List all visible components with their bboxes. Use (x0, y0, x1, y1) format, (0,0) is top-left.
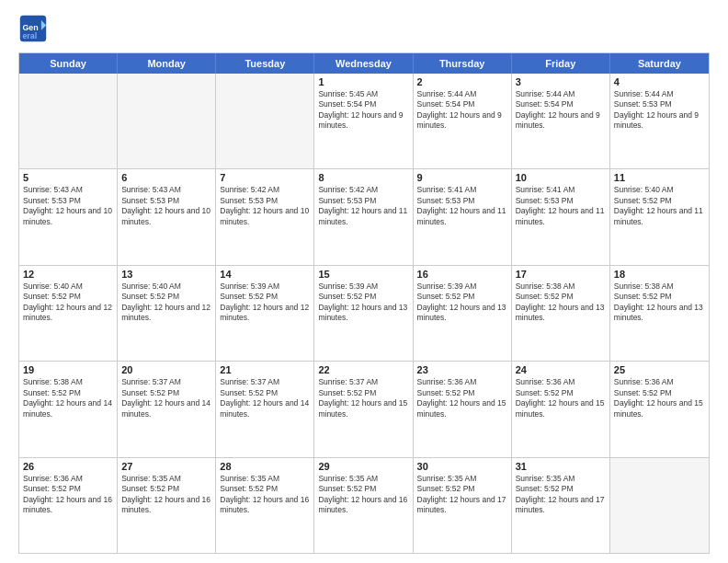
weekday-header: Friday (512, 53, 610, 74)
day-number: 5 (23, 172, 113, 183)
cell-info: Sunrise: 5:41 AM Sunset: 5:53 PM Dayligh… (417, 185, 507, 227)
calendar-cell: 18Sunrise: 5:38 AM Sunset: 5:52 PM Dayli… (610, 266, 709, 361)
cell-info: Sunrise: 5:45 AM Sunset: 5:54 PM Dayligh… (318, 89, 408, 132)
day-number: 10 (516, 172, 606, 183)
weekday-header: Sunday (19, 53, 118, 74)
calendar-cell: 16Sunrise: 5:39 AM Sunset: 5:52 PM Dayli… (414, 266, 512, 361)
calendar-cell (19, 74, 118, 168)
calendar-cell: 13Sunrise: 5:40 AM Sunset: 5:52 PM Dayli… (118, 266, 216, 361)
calendar-cell: 26Sunrise: 5:36 AM Sunset: 5:52 PM Dayli… (19, 458, 118, 553)
calendar-cell: 15Sunrise: 5:39 AM Sunset: 5:52 PM Dayli… (314, 266, 413, 361)
calendar-cell: 3Sunrise: 5:44 AM Sunset: 5:54 PM Daylig… (512, 74, 610, 168)
weekday-header: Monday (118, 53, 216, 74)
cell-info: Sunrise: 5:37 AM Sunset: 5:52 PM Dayligh… (220, 377, 310, 419)
cell-info: Sunrise: 5:40 AM Sunset: 5:52 PM Dayligh… (23, 282, 113, 324)
cell-info: Sunrise: 5:41 AM Sunset: 5:53 PM Dayligh… (516, 185, 606, 227)
weekday-header: Thursday (414, 53, 512, 74)
cell-info: Sunrise: 5:38 AM Sunset: 5:52 PM Dayligh… (23, 377, 113, 419)
day-number: 14 (220, 269, 310, 280)
day-number: 3 (516, 76, 606, 87)
logo-icon: Gen eral (18, 14, 48, 43)
day-number: 2 (417, 76, 507, 87)
svg-text:eral: eral (22, 31, 37, 40)
cell-info: Sunrise: 5:35 AM Sunset: 5:52 PM Dayligh… (318, 474, 408, 516)
calendar-cell: 5Sunrise: 5:43 AM Sunset: 5:53 PM Daylig… (19, 169, 118, 264)
calendar-row: 1Sunrise: 5:45 AM Sunset: 5:54 PM Daylig… (19, 74, 709, 169)
cell-info: Sunrise: 5:42 AM Sunset: 5:53 PM Dayligh… (318, 185, 408, 227)
calendar-cell: 22Sunrise: 5:37 AM Sunset: 5:52 PM Dayli… (314, 362, 413, 456)
calendar-cell (216, 74, 314, 168)
day-number: 18 (614, 269, 705, 280)
cell-info: Sunrise: 5:36 AM Sunset: 5:52 PM Dayligh… (417, 377, 507, 419)
calendar-body: 1Sunrise: 5:45 AM Sunset: 5:54 PM Daylig… (19, 74, 709, 553)
day-number: 30 (417, 461, 507, 472)
cell-info: Sunrise: 5:43 AM Sunset: 5:53 PM Dayligh… (23, 185, 113, 227)
calendar-row: 5Sunrise: 5:43 AM Sunset: 5:53 PM Daylig… (19, 169, 709, 265)
day-number: 24 (516, 364, 606, 375)
day-number: 6 (121, 172, 211, 183)
day-number: 26 (23, 461, 113, 472)
calendar-row: 12Sunrise: 5:40 AM Sunset: 5:52 PM Dayli… (19, 266, 709, 362)
calendar-cell: 17Sunrise: 5:38 AM Sunset: 5:52 PM Dayli… (512, 266, 610, 361)
day-number: 31 (516, 461, 606, 472)
day-number: 12 (23, 269, 113, 280)
calendar-cell: 20Sunrise: 5:37 AM Sunset: 5:52 PM Dayli… (118, 362, 216, 456)
day-number: 9 (417, 172, 507, 183)
cell-info: Sunrise: 5:36 AM Sunset: 5:52 PM Dayligh… (23, 474, 113, 516)
day-number: 15 (318, 269, 408, 280)
day-number: 16 (417, 269, 507, 280)
page-header: Gen eral (18, 14, 710, 43)
calendar-cell: 21Sunrise: 5:37 AM Sunset: 5:52 PM Dayli… (216, 362, 314, 456)
weekday-header: Saturday (610, 53, 709, 74)
day-number: 28 (220, 461, 310, 472)
cell-info: Sunrise: 5:36 AM Sunset: 5:52 PM Dayligh… (516, 377, 606, 419)
day-number: 20 (121, 364, 211, 375)
calendar: SundayMondayTuesdayWednesdayThursdayFrid… (18, 52, 710, 554)
day-number: 29 (318, 461, 408, 472)
day-number: 7 (220, 172, 310, 183)
calendar-cell: 6Sunrise: 5:43 AM Sunset: 5:53 PM Daylig… (118, 169, 216, 264)
cell-info: Sunrise: 5:35 AM Sunset: 5:52 PM Dayligh… (220, 474, 310, 516)
calendar-cell: 25Sunrise: 5:36 AM Sunset: 5:52 PM Dayli… (610, 362, 709, 456)
cell-info: Sunrise: 5:37 AM Sunset: 5:52 PM Dayligh… (121, 377, 211, 419)
calendar-header: SundayMondayTuesdayWednesdayThursdayFrid… (19, 53, 709, 74)
cell-info: Sunrise: 5:39 AM Sunset: 5:52 PM Dayligh… (318, 282, 408, 324)
cell-info: Sunrise: 5:39 AM Sunset: 5:52 PM Dayligh… (417, 282, 507, 324)
cell-info: Sunrise: 5:38 AM Sunset: 5:52 PM Dayligh… (614, 282, 705, 324)
calendar-cell: 29Sunrise: 5:35 AM Sunset: 5:52 PM Dayli… (314, 458, 413, 553)
day-number: 8 (318, 172, 408, 183)
calendar-row: 26Sunrise: 5:36 AM Sunset: 5:52 PM Dayli… (19, 458, 709, 553)
cell-info: Sunrise: 5:44 AM Sunset: 5:53 PM Dayligh… (614, 89, 705, 132)
calendar-cell: 23Sunrise: 5:36 AM Sunset: 5:52 PM Dayli… (414, 362, 512, 456)
cell-info: Sunrise: 5:35 AM Sunset: 5:52 PM Dayligh… (121, 474, 211, 516)
calendar-cell: 27Sunrise: 5:35 AM Sunset: 5:52 PM Dayli… (118, 458, 216, 553)
calendar-cell: 4Sunrise: 5:44 AM Sunset: 5:53 PM Daylig… (610, 74, 709, 168)
calendar-cell: 30Sunrise: 5:35 AM Sunset: 5:52 PM Dayli… (414, 458, 512, 553)
day-number: 1 (318, 76, 408, 87)
day-number: 27 (121, 461, 211, 472)
day-number: 17 (516, 269, 606, 280)
cell-info: Sunrise: 5:40 AM Sunset: 5:52 PM Dayligh… (121, 282, 211, 324)
day-number: 19 (23, 364, 113, 375)
day-number: 23 (417, 364, 507, 375)
cell-info: Sunrise: 5:44 AM Sunset: 5:54 PM Dayligh… (516, 89, 606, 132)
calendar-cell: 2Sunrise: 5:44 AM Sunset: 5:54 PM Daylig… (414, 74, 512, 168)
weekday-header: Wednesday (314, 53, 413, 74)
calendar-cell (118, 74, 216, 168)
cell-info: Sunrise: 5:44 AM Sunset: 5:54 PM Dayligh… (417, 89, 507, 132)
calendar-cell: 19Sunrise: 5:38 AM Sunset: 5:52 PM Dayli… (19, 362, 118, 456)
day-number: 13 (121, 269, 211, 280)
calendar-cell: 10Sunrise: 5:41 AM Sunset: 5:53 PM Dayli… (512, 169, 610, 264)
calendar-cell: 28Sunrise: 5:35 AM Sunset: 5:52 PM Dayli… (216, 458, 314, 553)
calendar-cell: 12Sunrise: 5:40 AM Sunset: 5:52 PM Dayli… (19, 266, 118, 361)
day-number: 22 (318, 364, 408, 375)
logo: Gen eral (18, 14, 53, 43)
cell-info: Sunrise: 5:39 AM Sunset: 5:52 PM Dayligh… (220, 282, 310, 324)
cell-info: Sunrise: 5:42 AM Sunset: 5:53 PM Dayligh… (220, 185, 310, 227)
weekday-header: Tuesday (216, 53, 314, 74)
cell-info: Sunrise: 5:35 AM Sunset: 5:52 PM Dayligh… (417, 474, 507, 516)
calendar-cell: 14Sunrise: 5:39 AM Sunset: 5:52 PM Dayli… (216, 266, 314, 361)
cell-info: Sunrise: 5:35 AM Sunset: 5:52 PM Dayligh… (516, 474, 606, 516)
cell-info: Sunrise: 5:37 AM Sunset: 5:52 PM Dayligh… (318, 377, 408, 419)
day-number: 4 (614, 76, 705, 87)
